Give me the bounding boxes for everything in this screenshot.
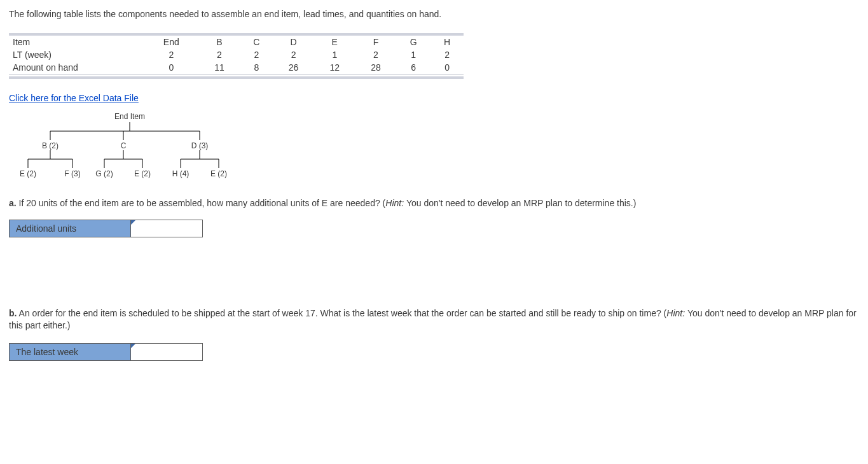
answer-box-a: Additional units (9, 220, 203, 237)
tree-root: End Item (114, 112, 145, 121)
tree-node: C (121, 141, 127, 150)
tree-node: E (2) (134, 169, 151, 178)
cell: G (396, 36, 431, 48)
question-a: a. If 20 units of the end item are to be… (9, 197, 859, 209)
answer-label-a: Additional units (10, 220, 131, 237)
cell: D (273, 36, 314, 48)
cell: 1 (314, 48, 355, 61)
components-table: Item End B C D E F G H LT (week) 2 2 2 2… (9, 33, 464, 79)
corner-mark-icon (131, 344, 135, 348)
corner-mark-icon (131, 220, 135, 225)
cell: 2 (240, 48, 273, 61)
hint-lead: Hint: (666, 308, 687, 318)
product-tree: End Item B (2) C D (3) E (2) F (3) G (2)… (15, 112, 244, 195)
row-label: Item (9, 36, 144, 48)
hint-tail: You don't need to develop an MRP plan to… (406, 198, 636, 208)
intro-text: The following table lists the components… (9, 9, 859, 19)
tree-node: F (3) (64, 169, 80, 178)
cell: B (199, 36, 240, 48)
cell: End (144, 36, 199, 48)
cell: E (314, 36, 355, 48)
cell: 2 (355, 48, 397, 61)
cell: 2 (199, 48, 240, 61)
cell: 0 (431, 61, 464, 74)
hint-lead: Hint: (385, 198, 406, 208)
tree-node: E (2) (210, 169, 227, 178)
tree-node: H (4) (172, 169, 189, 178)
cell: F (355, 36, 397, 48)
cell: 8 (240, 61, 273, 74)
cell: 12 (314, 61, 355, 74)
row-label: LT (week) (9, 48, 144, 61)
tree-node: E (2) (20, 169, 36, 178)
cell: 11 (199, 61, 240, 74)
cell: 2 (144, 48, 199, 61)
part-a-label: a. (9, 198, 17, 208)
part-a-text: If 20 units of the end item are to be as… (19, 198, 386, 208)
part-b-label: b. (9, 308, 17, 318)
cell: 26 (273, 61, 314, 74)
row-label: Amount on hand (9, 61, 144, 74)
answer-box-b: The latest week (9, 343, 203, 361)
latest-week-input[interactable] (132, 344, 202, 360)
cell: 2 (431, 48, 464, 61)
cell: 6 (396, 61, 431, 74)
answer-label-b: The latest week (10, 343, 131, 360)
tree-node: G (2) (95, 169, 113, 178)
additional-units-input[interactable] (132, 221, 202, 236)
cell: H (431, 36, 464, 48)
cell: 28 (355, 61, 397, 74)
cell: 2 (273, 48, 314, 61)
cell: C (240, 36, 273, 48)
excel-data-link[interactable]: Click here for the Excel Data File (9, 93, 139, 103)
cell: 1 (396, 48, 431, 61)
part-b-text: An order for the end item is scheduled t… (19, 308, 667, 318)
tree-node: B (2) (42, 141, 59, 150)
cell: 0 (144, 61, 199, 74)
question-b: b. An order for the end item is schedule… (9, 307, 859, 332)
tree-node: D (3) (191, 141, 209, 150)
